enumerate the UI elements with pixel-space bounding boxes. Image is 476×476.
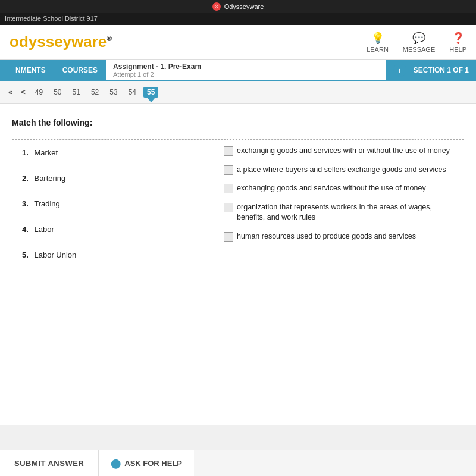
ask-for-help-button[interactable]: ⬤ ASK FOR HELP: [99, 450, 194, 476]
checkbox-5[interactable]: [224, 232, 233, 242]
page-54[interactable]: 54: [125, 87, 140, 98]
assignment-title: Assignment - 1. Pre-Exam: [113, 62, 379, 71]
district-label: Intermediate School District 917: [5, 15, 98, 22]
app-icon: ⊙: [212, 2, 221, 11]
left-item-5: 5. Labor Union: [22, 250, 205, 259]
title-bar: ⊙ Odysseyware: [0, 0, 476, 13]
page-50[interactable]: 50: [50, 87, 65, 98]
header: odysseyware® 💡 LEARN 💬 MESSAGE ❓ HELP: [0, 25, 476, 60]
checkbox-2[interactable]: [224, 165, 233, 175]
logo: odysseyware®: [10, 33, 367, 51]
assignment-label: Assignment - 1. Pre-Exam Attempt 1 of 2: [106, 60, 386, 80]
header-nav: 💡 LEARN 💬 MESSAGE ❓ HELP: [367, 32, 466, 53]
learn-nav-item[interactable]: 💡 LEARN: [367, 32, 389, 53]
left-item-2: 2. Bartering: [22, 174, 205, 183]
left-item-1: 1. Market: [22, 148, 205, 157]
checkbox-3[interactable]: [224, 184, 233, 193]
assignments-nav[interactable]: NMENTS: [7, 60, 54, 81]
nav-bar: NMENTS COURSES Assignment - 1. Pre-Exam …: [0, 60, 476, 81]
checkbox-1[interactable]: [224, 146, 233, 156]
prev-page-btn[interactable]: <: [18, 87, 28, 96]
learn-icon: 💡: [371, 32, 384, 45]
right-item-2: a place where buyers and sellers exchang…: [224, 165, 455, 176]
question-label: Match the following:: [12, 118, 464, 127]
help-icon: ❓: [452, 32, 465, 45]
page-52[interactable]: 52: [87, 87, 102, 98]
right-item-4: organization that represents workers in …: [224, 202, 455, 223]
page-53[interactable]: 53: [106, 87, 121, 98]
page-55[interactable]: 55: [143, 87, 158, 98]
submit-answer-button[interactable]: SUBMIT ANSWER: [0, 450, 99, 476]
title-bar-label: Odysseyware: [224, 3, 264, 10]
assignment-sub: Attempt 1 of 2: [113, 71, 379, 78]
ask-help-icon: ⬤: [111, 458, 121, 469]
right-item-3: exchanging goods and services without th…: [224, 183, 455, 194]
help-nav-item[interactable]: ❓ HELP: [449, 32, 466, 53]
section-label: SECTION 1 OF 1: [414, 66, 469, 74]
message-nav-item[interactable]: 💬 MESSAGE: [403, 32, 435, 53]
right-column: exchanging goods and services with or wi…: [215, 140, 464, 359]
main-content: Match the following: 1. Market 2. Barter…: [0, 104, 476, 425]
left-item-3: 3. Trading: [22, 199, 205, 208]
checkbox-4[interactable]: [224, 203, 233, 212]
info-icon[interactable]: i: [393, 64, 406, 77]
pagination-bar: « < 49 50 51 52 53 54 55: [0, 81, 476, 104]
page-51[interactable]: 51: [69, 87, 84, 98]
learn-label: LEARN: [367, 46, 389, 53]
left-column: 1. Market 2. Bartering 3. Trading 4. Lab…: [12, 140, 215, 359]
right-item-5: human resources used to produce goods an…: [224, 231, 455, 242]
bottom-bar: SUBMIT ANSWER ⬤ ASK FOR HELP: [0, 450, 476, 476]
page-49[interactable]: 49: [32, 87, 46, 98]
logo-reg: ®: [107, 35, 112, 43]
district-bar: Intermediate School District 917: [0, 13, 476, 25]
courses-nav[interactable]: COURSES: [54, 60, 106, 81]
help-label: HELP: [449, 46, 466, 53]
message-icon: 💬: [412, 32, 425, 45]
first-page-btn[interactable]: «: [6, 87, 15, 96]
right-item-1: exchanging goods and services with or wi…: [224, 146, 455, 156]
left-item-4: 4. Labor: [22, 225, 205, 234]
match-container: 1. Market 2. Bartering 3. Trading 4. Lab…: [12, 139, 464, 359]
message-label: MESSAGE: [403, 46, 435, 53]
logo-text: odysseyware: [10, 33, 107, 51]
